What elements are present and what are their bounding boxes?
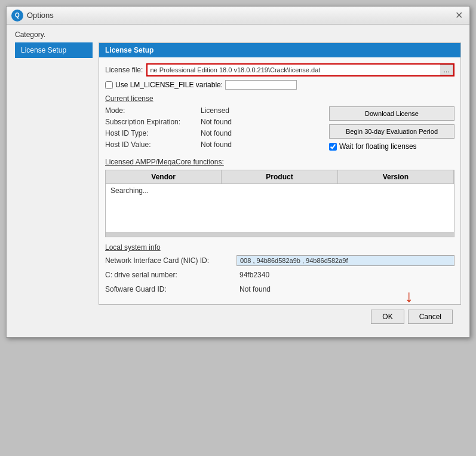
main-content: License Setup License Setup License file… xyxy=(15,42,461,305)
footer: ↓ OK Cancel xyxy=(15,305,461,329)
nic-label: Network Interface Card (NIC) ID: xyxy=(105,256,237,265)
licensed-functions-section: Licensed AMPP/MegaCore functions: Vendor… xyxy=(105,158,454,237)
app-icon: Q xyxy=(11,10,23,22)
software-guard-label: Software Guard ID: xyxy=(105,285,237,293)
host-id-type-label: Host ID Type: xyxy=(105,129,201,137)
title-bar: Q Options ✕ xyxy=(7,7,469,25)
license-file-input-wrap: ... xyxy=(146,63,454,76)
options-window: Q Options ✕ Category. License Setup Lice… xyxy=(6,6,470,338)
searching-text: Searching... xyxy=(110,186,149,195)
license-file-row: License file: ... xyxy=(105,63,454,76)
panel-body: License file: ... Use LM_LICENSE_FILE va… xyxy=(99,57,460,304)
wait-floating-checkbox[interactable] xyxy=(329,143,337,151)
host-id-value-label: Host ID Value: xyxy=(105,140,201,149)
table-header: Vendor Product Version xyxy=(106,170,454,184)
c-drive-label: C: drive serial number: xyxy=(105,271,237,279)
subscription-value: Not found xyxy=(201,118,232,126)
download-license-button[interactable]: Download License xyxy=(329,106,454,121)
host-id-type-value: Not found xyxy=(201,129,232,137)
license-file-label: License file: xyxy=(105,66,143,74)
c-drive-value: 94fb2340 xyxy=(237,270,454,280)
lm-license-checkbox[interactable] xyxy=(105,81,113,89)
lm-license-row: Use LM_LICENSE_FILE variable: xyxy=(105,80,454,90)
current-license-section-label: Current license xyxy=(105,94,454,103)
wait-floating-row: Wait for floating licenses xyxy=(329,142,454,151)
host-id-value-value: Not found xyxy=(201,140,232,149)
current-license-content: Mode: Licensed Subscription Expiration: … xyxy=(105,106,454,152)
product-column-header: Product xyxy=(222,170,337,183)
evaluation-button[interactable]: Begin 30-day Evaluation Period xyxy=(329,124,454,139)
licensed-functions-label: Licensed AMPP/MegaCore functions: xyxy=(105,158,454,166)
c-drive-row: C: drive serial number: 94fb2340 xyxy=(105,270,454,280)
license-info-col: Mode: Licensed Subscription Expiration: … xyxy=(105,106,323,152)
host-id-type-row: Host ID Type: Not found xyxy=(105,129,323,137)
category-label: Category. xyxy=(15,30,461,39)
scrollbar-track[interactable] xyxy=(106,233,454,237)
mode-value: Licensed xyxy=(201,106,229,115)
nic-row: Network Interface Card (NIC) ID: 008 , 9… xyxy=(105,255,454,266)
functions-table: Vendor Product Version Searching... xyxy=(105,170,454,237)
license-setup-panel: License Setup License file: ... Use LM_L… xyxy=(99,42,461,305)
lm-license-input[interactable] xyxy=(225,80,297,90)
ok-button[interactable]: OK xyxy=(371,310,404,324)
license-file-input[interactable] xyxy=(148,65,440,75)
mode-label: Mode: xyxy=(105,106,201,115)
version-column-header: Version xyxy=(338,170,454,183)
vendor-column-header: Vendor xyxy=(106,170,222,183)
software-guard-value: Not found xyxy=(237,284,454,295)
lm-license-label: Use LM_LICENSE_FILE variable: xyxy=(115,81,223,89)
wait-floating-label: Wait for floating licenses xyxy=(339,142,417,151)
browse-button[interactable]: ... xyxy=(440,65,453,75)
arrow-icon: ↓ xyxy=(405,287,413,306)
mode-row: Mode: Licensed xyxy=(105,106,323,115)
table-scrollbar[interactable] xyxy=(106,232,454,237)
table-body: Searching... xyxy=(106,184,454,232)
close-button[interactable]: ✕ xyxy=(453,10,465,22)
subscription-label: Subscription Expiration: xyxy=(105,118,201,126)
local-system-label: Local system info xyxy=(105,243,454,252)
host-id-value-row: Host ID Value: Not found xyxy=(105,140,323,149)
sidebar: License Setup xyxy=(15,42,93,305)
sidebar-item-license-setup[interactable]: License Setup xyxy=(15,42,93,58)
title-bar-left: Q Options xyxy=(11,10,54,22)
cancel-button[interactable]: Cancel xyxy=(408,310,453,324)
window-title: Options xyxy=(27,11,54,20)
software-guard-row: Software Guard ID: Not found xyxy=(105,284,454,295)
subscription-row: Subscription Expiration: Not found xyxy=(105,118,323,126)
panel-header: License Setup xyxy=(99,43,460,57)
action-col: Download License Begin 30-day Evaluation… xyxy=(329,106,454,152)
window-body: Category. License Setup License Setup Li… xyxy=(7,25,469,337)
nic-value: 008 , 94b86d582a9b , 94b86d582a9f xyxy=(237,255,454,266)
local-system-section: Local system info Network Interface Card… xyxy=(105,243,454,295)
